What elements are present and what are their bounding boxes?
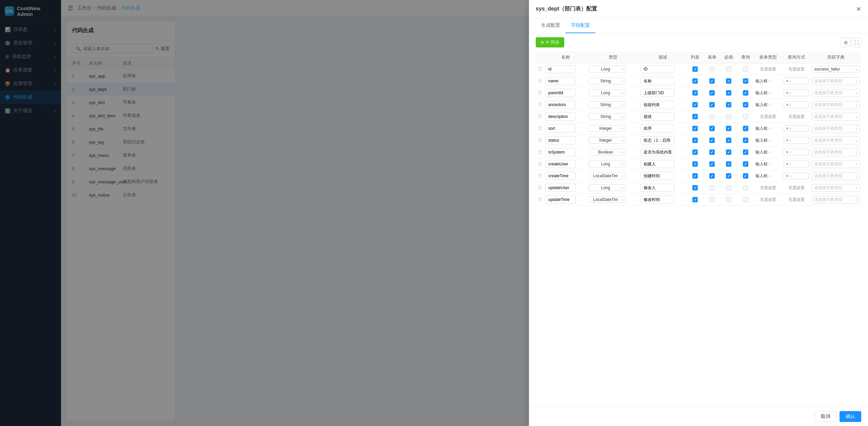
required-checkbox[interactable] [726, 114, 731, 119]
cancel-button[interactable]: 取消 [814, 411, 837, 422]
form-checkbox[interactable] [709, 78, 715, 84]
field-name-input[interactable] [545, 136, 576, 144]
query-method-select[interactable]: = ∨ [784, 78, 809, 84]
required-checkbox[interactable] [726, 126, 731, 131]
query-method-select[interactable]: = ∨ [784, 125, 809, 132]
dict-link-select[interactable]: 请选择字典类型 ∨ [812, 125, 860, 133]
drag-handle[interactable]: ⠿ [536, 146, 544, 158]
required-checkbox[interactable] [726, 149, 731, 155]
query-method-select[interactable]: = ∨ [784, 101, 809, 108]
field-desc-input[interactable] [640, 160, 674, 168]
dict-link-select[interactable]: 请选择字典类型 ∨ [812, 101, 860, 109]
list-checkbox[interactable] [692, 185, 698, 190]
field-name-input[interactable] [545, 65, 576, 73]
field-desc-input[interactable] [640, 89, 674, 97]
required-checkbox[interactable] [726, 66, 731, 72]
type-select[interactable]: Long ∨ [589, 161, 626, 167]
list-checkbox[interactable] [692, 66, 698, 72]
query-checkbox[interactable] [743, 138, 748, 143]
drag-handle[interactable]: ⠿ [536, 182, 544, 194]
field-desc-input[interactable] [640, 113, 674, 121]
type-select[interactable]: String ∨ [589, 78, 626, 84]
list-checkbox[interactable] [692, 138, 698, 143]
query-checkbox[interactable] [743, 149, 748, 155]
close-button[interactable]: ✕ [856, 6, 861, 12]
query-checkbox[interactable] [743, 185, 748, 190]
sync-button[interactable]: ⟳ ⟳ 同步 [536, 37, 564, 47]
query-method-select[interactable]: = ∨ [784, 89, 809, 96]
form-checkbox[interactable] [709, 138, 715, 143]
query-method-select[interactable]: = ∨ [784, 161, 809, 167]
field-name-input[interactable] [545, 124, 576, 133]
drag-handle[interactable]: ⠿ [536, 63, 544, 75]
drag-handle[interactable]: ⠿ [536, 194, 544, 206]
field-desc-input[interactable] [640, 77, 674, 85]
query-method-select[interactable]: = ∨ [784, 137, 809, 144]
drag-handle[interactable]: ⠿ [536, 87, 544, 99]
query-checkbox[interactable] [743, 102, 748, 107]
list-checkbox[interactable] [692, 78, 698, 84]
list-checkbox[interactable] [692, 161, 698, 167]
tab-field-config[interactable]: 字段配置 [566, 18, 595, 33]
dict-link-select[interactable]: 请选择字典类型 ∨ [812, 89, 860, 97]
query-checkbox[interactable] [743, 197, 748, 202]
required-checkbox[interactable] [726, 173, 731, 179]
dict-link-select[interactable]: 请选择字典类型 ∨ [812, 172, 860, 180]
form-checkbox[interactable] [709, 161, 715, 167]
dict-link-select[interactable]: success_failur ∨ [812, 66, 860, 73]
required-checkbox[interactable] [726, 185, 731, 190]
form-checkbox[interactable] [709, 185, 715, 190]
drag-handle[interactable]: ⠿ [536, 158, 544, 170]
query-checkbox[interactable] [743, 114, 748, 119]
drag-handle[interactable]: ⠿ [536, 111, 544, 123]
dict-link-select[interactable]: 请选择字典类型 ∨ [812, 113, 860, 121]
type-select[interactable]: Integer ∨ [589, 137, 626, 144]
field-desc-input[interactable] [640, 124, 674, 133]
form-checkbox[interactable] [709, 149, 715, 155]
field-name-input[interactable] [545, 160, 576, 168]
fullscreen-icon[interactable]: ⛶ [852, 38, 861, 47]
required-checkbox[interactable] [726, 197, 731, 202]
query-checkbox[interactable] [743, 90, 748, 96]
type-select[interactable]: Long ∨ [589, 89, 626, 96]
field-desc-input[interactable] [640, 184, 674, 192]
drag-handle[interactable]: ⠿ [536, 99, 544, 111]
query-checkbox[interactable] [743, 126, 748, 131]
field-desc-input[interactable] [640, 148, 674, 156]
field-name-input[interactable] [545, 196, 576, 204]
dict-link-select[interactable]: 请选择字典类型 ∨ [812, 148, 860, 156]
dict-link-select[interactable]: 请选择字典类型 ∨ [812, 77, 860, 85]
form-checkbox[interactable] [709, 102, 715, 107]
tab-gen-config[interactable]: 生成配置 [536, 18, 566, 33]
list-checkbox[interactable] [692, 90, 698, 96]
dict-link-select[interactable]: 请选择字典类型 ∨ [812, 196, 860, 204]
type-select[interactable]: Integer ∨ [589, 125, 626, 132]
list-checkbox[interactable] [692, 114, 698, 119]
form-checkbox[interactable] [709, 114, 715, 119]
list-checkbox[interactable] [692, 173, 698, 179]
field-name-input[interactable] [545, 101, 576, 109]
dict-link-select[interactable]: 请选择字典类型 ∨ [812, 137, 860, 144]
field-desc-input[interactable] [640, 172, 674, 180]
query-method-select[interactable]: = ∨ [784, 149, 809, 156]
field-name-input[interactable] [545, 89, 576, 97]
confirm-button[interactable]: 确认 [840, 411, 861, 422]
field-desc-input[interactable] [640, 101, 674, 109]
dict-link-select[interactable]: 请选择字典类型 ∨ [812, 184, 860, 192]
required-checkbox[interactable] [726, 102, 731, 107]
query-method-select[interactable]: = ∨ [784, 173, 809, 179]
type-select[interactable]: Boolean ∨ [589, 149, 626, 156]
dict-link-select[interactable]: 请选择字典类型 ∨ [812, 160, 860, 168]
column-settings-icon[interactable]: ⊞ [841, 38, 850, 47]
field-desc-input[interactable] [640, 136, 674, 144]
type-select[interactable]: String ∨ [589, 101, 626, 108]
field-desc-input[interactable] [640, 196, 674, 204]
field-name-input[interactable] [545, 77, 576, 85]
required-checkbox[interactable] [726, 161, 731, 167]
required-checkbox[interactable] [726, 138, 731, 143]
query-checkbox[interactable] [743, 173, 748, 179]
query-checkbox[interactable] [743, 78, 748, 84]
query-checkbox[interactable] [743, 66, 748, 72]
field-name-input[interactable] [545, 113, 576, 121]
list-checkbox[interactable] [692, 102, 698, 107]
